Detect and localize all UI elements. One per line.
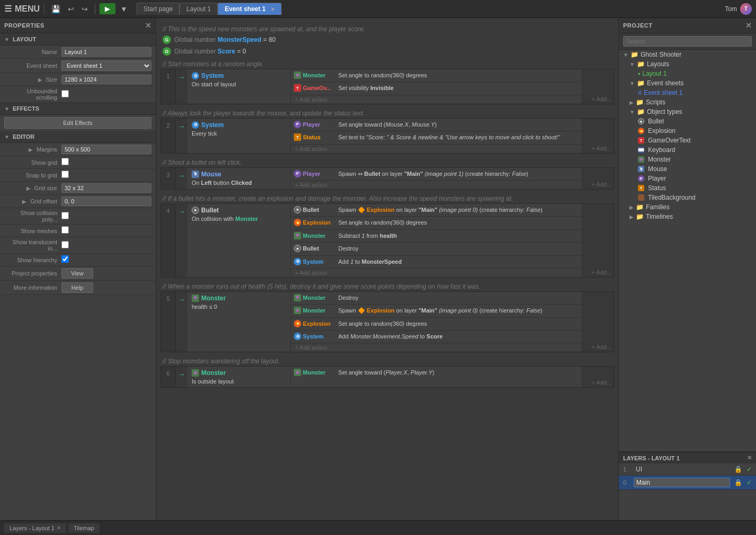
layers-close[interactable]: ✕ bbox=[747, 454, 752, 461]
prop-name-label: Name bbox=[8, 49, 61, 55]
layer-main[interactable]: 0 🔒 ✓ bbox=[619, 476, 756, 490]
layer-ui-lock-icon[interactable]: 🔒 bbox=[734, 466, 742, 473]
tab-start[interactable]: Start page bbox=[137, 3, 179, 15]
add-action-2[interactable]: + Add action bbox=[291, 145, 582, 153]
action-5-2-obj: 👾 Monster bbox=[294, 307, 336, 314]
action-4-1-obj: ● Bullet bbox=[294, 206, 336, 213]
editor-section-header[interactable]: ▼ EDITOR bbox=[0, 131, 156, 143]
collision-checkbox[interactable] bbox=[61, 212, 69, 219]
menu-button[interactable]: ☰ MENU bbox=[4, 4, 40, 14]
undo-button[interactable]: ↩ bbox=[65, 4, 77, 14]
tree-bullet[interactable]: ● Bullet bbox=[619, 117, 756, 126]
tree-scripts[interactable]: ▶ 📁 Scripts bbox=[619, 97, 756, 107]
translucent-checkbox[interactable] bbox=[61, 241, 69, 248]
project-close[interactable]: ✕ bbox=[745, 21, 752, 30]
tree-layout1[interactable]: ▪ Layout 1 bbox=[619, 69, 756, 78]
meshes-checkbox[interactable] bbox=[61, 226, 69, 234]
cond-6-1[interactable]: 👾 Monster bbox=[192, 369, 288, 377]
tree-objecttypes[interactable]: ▼ 📁 Object types bbox=[619, 107, 756, 117]
event-sheet-select[interactable]: Event sheet 1 bbox=[61, 60, 151, 71]
prop-unbounded-value bbox=[61, 90, 151, 99]
add-action-4[interactable]: + Add action bbox=[291, 269, 582, 277]
event-6-add-right[interactable]: + Add... bbox=[582, 367, 614, 387]
tree-player[interactable]: P Player bbox=[619, 174, 756, 183]
tree-keyboard[interactable]: ⌨ Keyboard bbox=[619, 145, 756, 155]
tree-layouts[interactable]: ▼ 📁 Layouts bbox=[619, 59, 756, 69]
user-avatar[interactable]: T bbox=[740, 3, 752, 15]
margins-input[interactable] bbox=[61, 145, 151, 154]
layer-main-lock-icon[interactable]: 🔒 bbox=[734, 479, 742, 486]
name-input[interactable] bbox=[61, 47, 151, 57]
layout-section-label: LAYOUT bbox=[13, 36, 36, 42]
event-4-add-right[interactable]: + Add... bbox=[582, 204, 614, 277]
play-dropdown[interactable]: ▼ bbox=[118, 4, 130, 14]
size-input[interactable] bbox=[61, 75, 151, 84]
cond-2-1[interactable]: ⚙ System bbox=[192, 121, 288, 129]
tab-layout[interactable]: Layout 1 bbox=[179, 3, 218, 15]
event-6-arrow: → bbox=[176, 367, 187, 387]
properties-close[interactable]: ✕ bbox=[145, 21, 152, 30]
tree-root[interactable]: ▼ 📁 Ghost Shooter bbox=[619, 50, 756, 59]
timelines-folder-icon: 📁 bbox=[636, 213, 644, 220]
monster-icon-5b: 👾 bbox=[294, 307, 301, 314]
layer-ui-vis-icon[interactable]: ✓ bbox=[746, 466, 752, 473]
tree-eventsheet1[interactable]: ≡ Event sheet 1 bbox=[619, 88, 756, 97]
tree-eventsheets[interactable]: ▼ 📁 Event sheets bbox=[619, 78, 756, 88]
play-button[interactable]: ▶ bbox=[100, 3, 115, 14]
cond-4-1[interactable]: ● Bullet bbox=[192, 207, 288, 214]
save-button[interactable]: 💾 bbox=[49, 4, 63, 14]
event-2: 2 → ⚙ System Every tick P Playe bbox=[160, 118, 614, 154]
prop-moreinfo-value: Help bbox=[61, 282, 151, 293]
show-grid-checkbox[interactable] bbox=[61, 158, 69, 165]
layout-section-header[interactable]: ▼ LAYOUT bbox=[0, 33, 156, 46]
search-input[interactable] bbox=[623, 36, 752, 47]
tree-tiledbg[interactable]: TiledBackground bbox=[619, 193, 756, 202]
add-action-5[interactable]: + Add action bbox=[291, 343, 582, 352]
action-4-1: ● Bullet Spawn 🔶 Explosion on layer "Mai… bbox=[291, 204, 582, 217]
bottom-tab-layers[interactable]: Layers - Layout 1 ✕ bbox=[4, 523, 66, 533]
tab-event-close[interactable]: ✕ bbox=[271, 6, 275, 12]
event-5: 5 → 👾 Monster health ≤ 0 👾 Mo bbox=[160, 291, 614, 353]
comment-4: // Shoot a bullet on left click. bbox=[160, 156, 614, 167]
event-1-add-right[interactable]: + Add... bbox=[582, 69, 614, 104]
grid-size-input[interactable] bbox=[61, 183, 151, 193]
effects-section-header[interactable]: ▼ EFFECTS bbox=[0, 103, 156, 115]
edit-effects-btn[interactable]: Edit Effects bbox=[4, 117, 151, 129]
prop-snapgrid-value bbox=[61, 171, 151, 180]
tree-status[interactable]: T Status bbox=[619, 183, 756, 193]
tab-event[interactable]: Event sheet 1 ✕ bbox=[218, 3, 282, 15]
event-3-arrow: → bbox=[176, 168, 187, 189]
redo-button[interactable]: ↪ bbox=[79, 4, 91, 14]
cond-1-1[interactable]: ⚙ System bbox=[192, 72, 288, 79]
hierarchy-checkbox[interactable] bbox=[61, 255, 69, 263]
bottom-tab-layers-close[interactable]: ✕ bbox=[57, 525, 61, 531]
layouts-folder-icon: 📁 bbox=[637, 60, 645, 68]
layer-main-input[interactable] bbox=[634, 478, 730, 487]
prop-showgrid-label: Show grid bbox=[8, 159, 61, 166]
help-button[interactable]: Help bbox=[61, 282, 93, 293]
tree-mouse[interactable]: 🖱 Mouse bbox=[619, 164, 756, 174]
layer-main-vis-icon[interactable]: ✓ bbox=[746, 479, 752, 486]
tree-monster[interactable]: 👾 Monster bbox=[619, 155, 756, 164]
tree-gameovertext[interactable]: T GameOverText bbox=[619, 136, 756, 145]
snap-grid-checkbox[interactable] bbox=[61, 171, 69, 178]
tree-timelines[interactable]: ▶ 📁 Timelines bbox=[619, 212, 756, 221]
add-action-3[interactable]: + Add action bbox=[291, 181, 582, 189]
add-action-1[interactable]: + Add action bbox=[291, 95, 582, 104]
event-2-add-right[interactable]: + Add... bbox=[582, 119, 614, 153]
project-tree: ▼ 📁 Ghost Shooter ▼ 📁 Layouts ▪ Layout 1… bbox=[619, 33, 756, 451]
bottom-tab-tilemap[interactable]: Tilemap bbox=[68, 523, 100, 533]
event-5-add-right[interactable]: + Add... bbox=[582, 292, 614, 352]
cond-3-1[interactable]: 🖱 Mouse bbox=[192, 171, 288, 178]
event-1: 1 → ⚙ System On start of layout 👾 bbox=[160, 69, 614, 104]
unbounded-checkbox[interactable] bbox=[61, 90, 69, 97]
status-icon: T bbox=[294, 133, 301, 141]
cond-5-1[interactable]: 👾 Monster bbox=[192, 295, 288, 302]
event-3-add-right[interactable]: + Add... bbox=[582, 168, 614, 189]
tree-explosion[interactable]: 💥 Explosion bbox=[619, 126, 756, 136]
tree-families[interactable]: ▶ 📁 Families bbox=[619, 202, 756, 212]
layer-ui[interactable]: 1 UI 🔒 ✓ bbox=[619, 463, 756, 476]
grid-offset-input[interactable] bbox=[61, 197, 151, 206]
view-button[interactable]: View bbox=[61, 268, 93, 279]
root-folder-icon: 📁 bbox=[631, 51, 638, 58]
